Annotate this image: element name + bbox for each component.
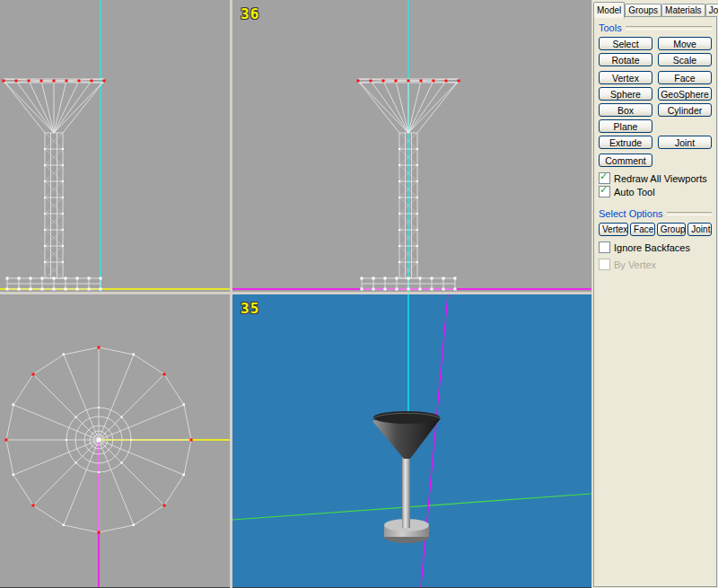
sphere-button[interactable]: Sphere: [599, 87, 652, 101]
checkbox-label: Auto Tool: [614, 187, 655, 197]
checkbox-icon: [599, 241, 610, 253]
select-options-section-header: Select Options: [599, 208, 712, 219]
select-options-section-label: Select Options: [599, 208, 663, 219]
viewport-frame-label: 36: [241, 5, 259, 22]
checkbox-label: By Vertex: [614, 259, 656, 270]
comment-button-row: Comment: [599, 154, 712, 167]
group-select-button[interactable]: Group: [657, 223, 687, 236]
checkbox-icon: [599, 186, 610, 197]
joint-button[interactable]: Joint: [658, 136, 712, 149]
select-options-button-row: Vertex Face Group Joint: [599, 223, 712, 236]
face-button[interactable]: Face: [658, 71, 712, 84]
checkbox-by-vertex: By Vertex: [599, 259, 712, 270]
viewport-frame-label: 35: [241, 300, 259, 317]
tab-joints[interactable]: Joints: [705, 4, 718, 17]
comment-button[interactable]: Comment: [599, 154, 652, 167]
vertex-button[interactable]: Vertex: [599, 71, 652, 84]
sidebar: Model Groups Materials Joints Tools Sele…: [592, 0, 718, 588]
checkbox-auto-tool[interactable]: Auto Tool: [599, 186, 712, 197]
tab-groups[interactable]: Groups: [625, 4, 661, 17]
checkbox-label: Ignore Backfaces: [614, 242, 690, 253]
viewport-top[interactable]: [0, 294, 230, 588]
tab-materials[interactable]: Materials: [661, 4, 705, 17]
plane-button[interactable]: Plane: [599, 119, 652, 133]
checkbox-redraw-all-viewports[interactable]: Redraw All Viewports: [599, 172, 712, 184]
tools-section-header: Tools: [599, 22, 712, 33]
face-select-button[interactable]: Face: [630, 223, 655, 236]
box-button[interactable]: Box: [599, 103, 652, 117]
scale-button[interactable]: Scale: [658, 53, 712, 66]
section-rule: [626, 26, 712, 30]
viewport-side[interactable]: 36: [232, 0, 591, 292]
rotate-button[interactable]: Rotate: [599, 53, 652, 66]
checkbox-icon: [599, 172, 610, 184]
viewport-front[interactable]: [0, 0, 230, 292]
geosphere-button[interactable]: GeoSphere: [658, 87, 712, 101]
tools-button-grid-1: Select Move Rotate Scale: [599, 37, 712, 66]
tools-section-label: Tools: [599, 22, 622, 33]
move-button[interactable]: Move: [658, 37, 712, 50]
model-tab-page: Tools Select Move Rotate Scale Vertex Fa…: [593, 16, 717, 587]
top-viewport-canvas: [0, 294, 230, 587]
app-window: 36: [0, 0, 718, 588]
tools-button-grid-2: Vertex Face Sphere GeoSphere Box Cylinde…: [599, 71, 712, 149]
side-viewport-canvas: [232, 0, 591, 292]
viewport-3d[interactable]: 35: [232, 294, 591, 588]
tab-model[interactable]: Model: [593, 2, 625, 18]
front-viewport-canvas: [0, 0, 230, 292]
checkbox-ignore-backfaces[interactable]: Ignore Backfaces: [599, 241, 712, 253]
checkbox-icon: [599, 259, 610, 270]
checkbox-label: Redraw All Viewports: [614, 173, 707, 184]
select-button[interactable]: Select: [599, 37, 652, 50]
vertex-select-button[interactable]: Vertex: [599, 223, 628, 236]
3d-viewport-canvas: [232, 294, 591, 587]
sidebar-tabs: Model Groups Materials Joints: [592, 0, 718, 17]
joint-select-button[interactable]: Joint: [687, 223, 712, 236]
cylinder-button[interactable]: Cylinder: [658, 103, 712, 117]
extrude-button[interactable]: Extrude: [599, 136, 652, 149]
section-rule: [667, 212, 712, 215]
